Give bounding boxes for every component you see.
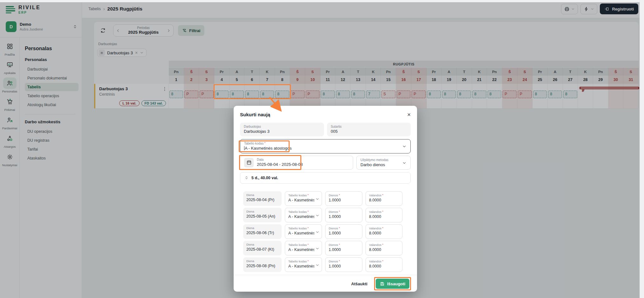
- day-row: Diena2025-08-06 (Tr) Tabelio kodasA - Ka…: [243, 224, 411, 239]
- valandos-input[interactable]: Valandos8.0000: [366, 191, 402, 206]
- chevron-down-icon: [315, 247, 319, 251]
- dienos-input[interactable]: Dienos1.0000: [325, 241, 362, 255]
- row-tabelio-kodas-select[interactable]: Tabelio kodasA - Kasmetinės atostogos: [285, 191, 322, 206]
- fill-method-select[interactable]: Užpildymo metodas Darbo dienos: [356, 156, 411, 170]
- date-range-field[interactable]: Data 2025-08-04 - 2025-08-08: [240, 156, 353, 170]
- valandos-input[interactable]: Valandos8.0000: [366, 257, 402, 272]
- close-icon[interactable]: ×: [407, 112, 411, 118]
- row-tabelio-kodas-select[interactable]: Tabelio kodasA - Kasmetinės atostogos: [285, 224, 322, 239]
- modal-footer: Atšaukti Išsaugoti: [234, 275, 417, 293]
- diena-field: Diena2025-08-08 (Pn): [243, 257, 282, 272]
- floppy-icon: [380, 281, 385, 286]
- valandos-input[interactable]: Valandos8.0000: [366, 241, 402, 255]
- row-tabelio-kodas-select[interactable]: Tabelio kodasA - Kasmetinės atostogos: [285, 208, 322, 222]
- modal-day-rows: Diena2025-08-04 (Pr) Tabelio kodasA - Ka…: [240, 191, 411, 272]
- dienos-input[interactable]: Dienos1.0000: [325, 208, 362, 222]
- chevron-down-icon: [315, 197, 319, 201]
- diena-field: Diena2025-08-04 (Pr): [243, 191, 282, 206]
- day-row: Diena2025-08-05 (An) Tabelio kodasA - Ka…: [243, 208, 411, 222]
- dienos-input[interactable]: Dienos1.0000: [325, 191, 362, 206]
- chevron-down-icon[interactable]: [402, 161, 407, 165]
- calendar-icon: [246, 160, 252, 165]
- sort-updown-icon: [244, 176, 249, 180]
- browser-edge-top: [0, 0, 644, 2]
- chevron-down-icon: [315, 230, 319, 234]
- row-tabelio-kodas-select[interactable]: Tabelio kodasA - Kasmetinės atostogos: [285, 241, 322, 255]
- darbuotojas-field: Darbuotojas Darbuotojas 3: [240, 123, 324, 136]
- text-caret: [244, 146, 244, 150]
- app-root: RIVILE ERP D Demo Aušra Juodienė Pradžia…: [0, 0, 644, 298]
- chevron-down-icon: [315, 263, 319, 267]
- tabelio-kodas-select[interactable]: Tabelio kodas A - Kasmetinės atostogos: [240, 139, 411, 153]
- create-modal: Sukurti naują × Darbuotojas Darbuotojas …: [234, 106, 417, 292]
- scrollbar-track[interactable]: [640, 0, 644, 298]
- calendar-button[interactable]: [244, 158, 254, 167]
- cancel-button[interactable]: Atšaukti: [351, 281, 367, 286]
- diena-field: Diena2025-08-07 (Kt): [243, 241, 282, 255]
- row-tabelio-kodas-select[interactable]: Tabelio kodasA - Kasmetinės atostogos: [285, 257, 322, 272]
- summary-text: 5 d., 40.00 val.: [251, 176, 278, 180]
- day-row: Diena2025-08-08 (Pn) Tabelio kodasA - Ka…: [243, 257, 411, 272]
- day-row: Diena2025-08-07 (Kt) Tabelio kodasA - Ka…: [243, 241, 411, 255]
- save-button[interactable]: Išsaugoti: [376, 279, 409, 289]
- dienos-input[interactable]: Dienos1.0000: [325, 224, 362, 239]
- day-row: Diena2025-08-04 (Pr) Tabelio kodasA - Ka…: [243, 191, 411, 206]
- modal-title: Sukurti naują: [240, 112, 270, 117]
- sutartis-field: Sutartis 005: [327, 123, 411, 136]
- diena-field: Diena2025-08-05 (An): [243, 208, 282, 222]
- dienos-input[interactable]: Dienos1.0000: [325, 257, 362, 272]
- valandos-input[interactable]: Valandos8.0000: [366, 208, 402, 222]
- valandos-input[interactable]: Valandos8.0000: [366, 224, 402, 239]
- summary-bar: 5 d., 40.00 val.: [240, 172, 411, 184]
- diena-field: Diena2025-08-06 (Tr): [243, 224, 282, 239]
- chevron-down-icon: [315, 213, 319, 218]
- chevron-down-icon[interactable]: [402, 144, 407, 149]
